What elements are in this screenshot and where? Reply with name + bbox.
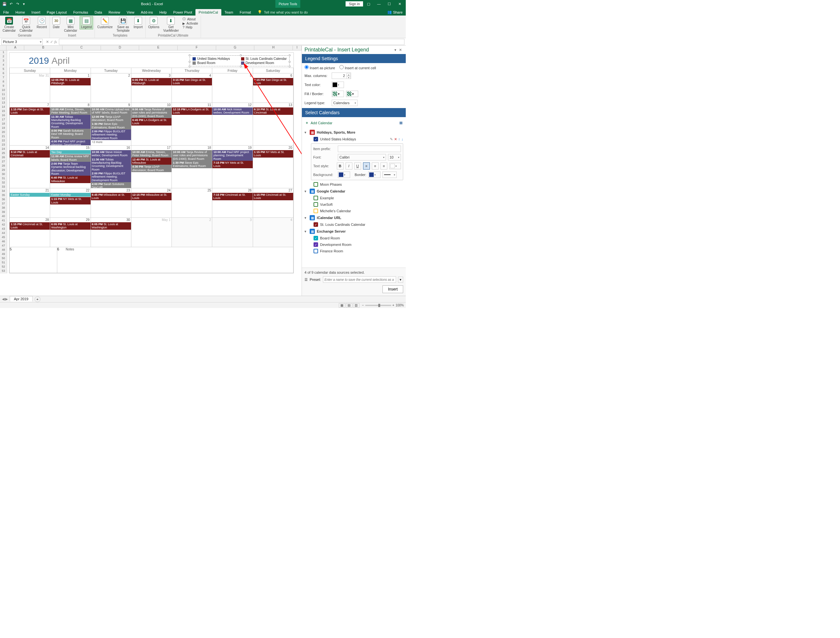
row-header[interactable]: 16 [0,114,7,118]
row-header[interactable]: 19 [0,126,7,130]
get-vueminder-button[interactable]: ⬇Get VueMinder [162,16,180,33]
recent-button[interactable]: 🕑Recent [35,16,48,30]
row-header[interactable]: 47 [0,244,7,248]
row-header[interactable]: 10 [0,88,7,93]
row-header[interactable]: 30 [0,172,7,177]
fill-pattern-picker[interactable]: ▾ [332,91,344,97]
caret-icon[interactable]: ▾ [305,130,308,134]
col-header[interactable]: G [216,46,255,50]
align-left-button[interactable]: ≡ [363,163,370,169]
tree-item[interactable]: Moon Phases [305,182,403,187]
delete-icon[interactable]: ✕ [394,137,397,141]
legend-type-select[interactable]: Calendars▾ [332,99,358,106]
tree-item[interactable]: Finance Room [305,248,403,254]
ribbon-display-options-icon[interactable]: ▢ [364,0,373,8]
row-header[interactable]: 46 [0,240,7,244]
row-header[interactable]: 4 [0,63,7,67]
tree-item[interactable]: ✓Board Room [305,235,403,241]
row-header[interactable]: 18 [0,122,7,126]
quick-calendar-button[interactable]: 📅Quick Calendar [19,16,34,33]
tree-item[interactable]: ✓United States Holidays✎✕↑↓ [305,136,403,142]
redo-icon[interactable]: ↷ [15,1,20,6]
italic-button[interactable]: I [346,163,352,169]
row-header[interactable]: 36 [0,198,7,202]
minimize-icon[interactable]: — [374,0,384,8]
row-header[interactable]: 39 [0,210,7,215]
tree-item[interactable]: ✓Development Room [305,242,403,248]
row-header[interactable]: 51 [0,261,7,265]
row-header[interactable]: 45 [0,235,7,240]
row-header[interactable]: 25 [0,152,7,156]
page-break-view-icon[interactable]: ▥ [353,303,360,308]
add-calendar-button[interactable]: Add Calendar [311,121,332,125]
row-header[interactable]: 5 [0,67,7,71]
calendar-picture[interactable]: 2019 April United States HolidaysSt. Lou… [9,52,294,273]
row-header[interactable]: 43 [0,227,7,231]
row-header[interactable]: 21 [0,134,7,139]
row-header[interactable]: 6 [0,71,7,76]
row-header[interactable]: 26 [0,156,7,160]
row-header[interactable]: 41 [0,219,7,223]
formula-input[interactable] [59,39,404,45]
row-header[interactable]: 52 [0,265,7,269]
checkbox[interactable] [314,208,318,213]
border-color[interactable]: ▾ [368,172,381,178]
col-header[interactable]: F [178,46,216,50]
insert-at-cell-radio[interactable]: Insert at current cell [339,65,376,70]
caret-icon[interactable]: ▾ [305,216,308,220]
tab-view[interactable]: View [123,9,138,16]
row-header[interactable]: 50 [0,257,7,261]
spin-down-icon[interactable]: ▾ [347,76,351,79]
row-header[interactable]: 44 [0,231,7,235]
customize-button[interactable]: ✏️Customize [96,16,114,30]
align-center-button[interactable]: ≡ [372,163,379,169]
tab-data[interactable]: Data [91,9,105,16]
checkbox[interactable]: ✓ [314,137,318,141]
row-header[interactable]: 29 [0,168,7,172]
tree-item[interactable]: VueSoft [305,202,403,207]
tab-home[interactable]: Home [12,9,28,16]
row-header[interactable]: 32 [0,181,7,185]
preset-input[interactable] [323,276,396,283]
zoom-out-icon[interactable]: − [362,303,364,307]
name-box[interactable]: Picture 3▾ [1,39,43,45]
tab-nav-next-icon[interactable]: ▶ [5,297,8,301]
select-all-corner[interactable] [0,46,6,50]
row-header[interactable]: 48 [0,248,7,253]
about-button[interactable]: ⓘAbout [183,17,198,21]
col-header[interactable]: I [293,46,302,50]
activate-button[interactable]: ▶Activate [183,22,198,25]
close-icon[interactable]: ✕ [395,0,404,8]
view-toggle-icon[interactable]: ▦ [399,121,403,125]
row-header[interactable]: 15 [0,109,7,114]
max-columns-input[interactable]: 2▴▾ [332,73,351,79]
maximize-icon[interactable]: ☐ [384,0,394,8]
help-button[interactable]: ?Help [183,25,198,29]
row-header[interactable]: 38 [0,206,7,210]
background-color[interactable]: ▾ [338,172,350,178]
mini-calendar-button[interactable]: ▦Mini Calendar [63,16,79,33]
sheet-tab-active[interactable]: Apr 2019 [10,296,33,302]
tree-item[interactable]: Example [305,195,403,201]
tab-nav-prev-icon[interactable]: ◀ [2,297,5,301]
create-calendar-button[interactable]: 📅Create Calendar [1,16,17,33]
tab-review[interactable]: Review [105,9,123,16]
text-style-color[interactable]: ▾ [389,163,401,169]
align-right-button[interactable]: ≡ [381,163,387,169]
row-header[interactable]: 7 [0,76,7,80]
col-header[interactable]: H [254,46,293,50]
border-pattern-picker[interactable]: ▾ [346,91,358,97]
tree-item[interactable]: ✓St. Louis Cardinals Calendar [305,222,403,227]
checkbox[interactable]: ✓ [314,222,318,227]
tell-me-search[interactable]: 💡Tell me what you want to do [254,9,311,16]
tab-formulas[interactable]: Formulas [70,9,91,16]
share-button[interactable]: 👥Share [384,9,406,16]
checkbox[interactable] [314,196,318,200]
tab-page-layout[interactable]: Page Layout [44,9,70,16]
page-layout-view-icon[interactable]: ▤ [346,303,352,308]
col-header[interactable]: C [62,46,101,50]
underline-button[interactable]: U [354,163,361,169]
col-header[interactable]: A [6,46,24,50]
tree-group[interactable]: ▾▦Holidays, Sports, More [305,129,403,136]
border-style-select[interactable]: ▾ [382,172,397,178]
